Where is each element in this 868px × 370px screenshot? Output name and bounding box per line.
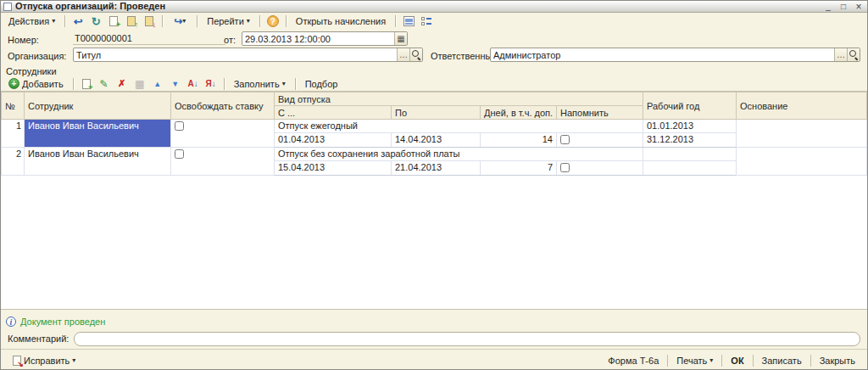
responsible-field[interactable]: Администратор … (490, 48, 860, 62)
organization-value: Титул (74, 50, 397, 60)
fix-document-button[interactable]: ↘ Исправить ▾ (6, 353, 82, 368)
remind-checkbox[interactable] (560, 163, 570, 172)
copy-row-button[interactable]: + (78, 76, 95, 91)
employees-table-area: № Сотрудник Освобождать ставку Вид отпус… (1, 91, 867, 310)
fix-document-label: Исправить (24, 356, 70, 366)
form-t6a-label: Форма Т-6а (608, 356, 659, 366)
reread-button[interactable]: ↻ (87, 14, 104, 29)
document-plus-icon: + (82, 79, 91, 89)
to-date-cell[interactable]: 14.04.2013 (392, 133, 481, 148)
release-rate-cell[interactable] (171, 120, 275, 148)
form-t6a-button[interactable]: Форма Т-6а (601, 353, 665, 368)
remind-checkbox[interactable] (560, 135, 570, 144)
release-rate-cell[interactable] (171, 148, 275, 176)
column-header-to[interactable]: По (392, 106, 481, 120)
open-accruals-button[interactable]: Открыть начисления (291, 14, 391, 28)
ok-button[interactable]: ОК (724, 353, 750, 368)
remind-cell[interactable] (557, 133, 643, 148)
save-label: Записать (762, 356, 802, 366)
number-field[interactable]: Т0000000001 (73, 32, 225, 45)
work-year-end-cell[interactable]: 31.12.2013 (643, 133, 737, 148)
responsible-select-button[interactable]: … (834, 48, 847, 61)
from-date-cell[interactable]: 15.04.2013 (275, 161, 392, 176)
work-year-start-cell[interactable]: 01.01.2013 (643, 120, 737, 133)
write-document-button[interactable]: ↑ (123, 14, 140, 29)
print-button[interactable]: Печать ▾ (670, 353, 720, 368)
sort-ascending-button[interactable]: А↓ (185, 76, 202, 91)
employees-section-title: Сотрудники (1, 65, 867, 76)
toolbar-separator (259, 15, 260, 27)
comment-input[interactable] (74, 332, 860, 346)
restore-button[interactable]: □ (837, 2, 849, 12)
list-view-button[interactable] (400, 14, 417, 29)
employee-cell[interactable]: Иванов Иван Васильевич (25, 120, 171, 148)
organization-field[interactable]: Титул … (73, 48, 423, 62)
column-header-vacation-type[interactable]: Вид отпуска (275, 92, 643, 106)
responsible-open-button[interactable] (847, 48, 860, 61)
ok-label: ОК (731, 356, 743, 366)
release-rate-checkbox[interactable] (175, 149, 184, 159)
basis-cell[interactable] (737, 148, 867, 176)
help-button[interactable]: ? (264, 14, 281, 29)
sort-descending-button[interactable]: Я↓ (203, 76, 220, 91)
edit-row-button[interactable]: ✎ (96, 76, 113, 91)
copy-document-button[interactable]: + (105, 14, 122, 29)
work-year-end-cell[interactable] (643, 161, 737, 176)
release-rate-checkbox[interactable] (175, 121, 184, 131)
end-edit-button[interactable]: ▦ (131, 76, 148, 91)
employees-section-label: Сотрудники (6, 66, 57, 76)
row-number-cell[interactable]: 2 (2, 148, 25, 176)
sort-za-icon: Я↓ (206, 80, 216, 88)
pick-button[interactable]: Подбор (300, 77, 343, 91)
column-header-num[interactable]: № (2, 92, 25, 120)
employees-table: № Сотрудник Освобождать ставку Вид отпус… (1, 92, 867, 176)
date-field[interactable]: 29.03.2013 12:00:00 ▦ (242, 31, 408, 46)
minimize-button[interactable]: _ (822, 2, 834, 12)
column-header-basis[interactable]: Основание (737, 92, 867, 120)
vacation-type-cell[interactable]: Отпуск ежегодный (275, 120, 643, 133)
column-header-remind[interactable]: Напомнить (557, 106, 643, 120)
vacation-type-cell[interactable]: Отпуск без сохранения заработной платы (275, 148, 643, 161)
organization-select-button[interactable]: … (397, 48, 409, 61)
add-icon: + (8, 78, 19, 89)
footer-separator (810, 355, 811, 367)
organization-label: Организация: (8, 51, 66, 61)
column-header-release-rate[interactable]: Освобождать ставку (171, 92, 275, 120)
close-button[interactable]: × (853, 2, 865, 12)
post-document-button[interactable]: ↩ (70, 14, 86, 29)
column-header-work-year[interactable]: Рабочий год (643, 92, 737, 120)
document-header-fields: Номер: Т0000000001 от: 29.03.2013 12:00:… (1, 30, 867, 65)
days-cell[interactable]: 7 (481, 161, 557, 176)
column-header-days[interactable]: Дней, в т.ч. доп. (481, 106, 557, 120)
work-year-start-cell[interactable] (643, 148, 737, 161)
row-number-cell[interactable]: 1 (2, 120, 25, 148)
actions-menu-button[interactable]: Действия ▾ (3, 14, 60, 28)
date-value: 29.03.2013 12:00:00 (242, 34, 394, 44)
to-date-cell[interactable]: 21.04.2013 (392, 161, 481, 176)
save-button[interactable]: Записать (755, 353, 809, 368)
document-plus-icon: + (109, 16, 118, 26)
close-window-button[interactable]: Закрыть (813, 353, 862, 368)
calendar-button[interactable]: ▦ (394, 32, 407, 45)
column-header-employee[interactable]: Сотрудник (25, 92, 171, 120)
remind-cell[interactable] (557, 161, 643, 176)
list-settings-button[interactable] (418, 14, 435, 29)
goto-menu-button[interactable]: Перейти ▾ (202, 14, 255, 28)
fill-menu-button[interactable]: Заполнить ▾ (229, 77, 291, 91)
unpost-document-button[interactable]: ↓ (141, 14, 158, 29)
based-on-icon: ↪ (174, 16, 182, 26)
employee-cell[interactable]: Иванов Иван Васильевич (25, 148, 171, 176)
table-row[interactable]: 1 Иванов Иван Васильевич Отпуск ежегодны… (2, 120, 867, 133)
table-row[interactable]: 2 Иванов Иван Васильевич Отпуск без сохр… (2, 148, 867, 161)
create-based-on-button[interactable]: ↪ ▾ (167, 14, 192, 29)
days-cell[interactable]: 14 (481, 133, 557, 148)
column-header-from[interactable]: С ... (275, 106, 392, 120)
move-row-up-button[interactable]: ▲ (149, 76, 166, 91)
from-date-cell[interactable]: 01.04.2013 (275, 133, 392, 148)
organization-open-button[interactable] (409, 48, 422, 61)
move-row-down-button[interactable]: ▼ (167, 76, 184, 91)
add-row-button[interactable]: + Добавить (3, 76, 69, 91)
basis-cell[interactable] (737, 120, 867, 148)
delete-row-button[interactable]: ✗ (114, 76, 131, 91)
chevron-down-icon: ▾ (709, 357, 713, 364)
